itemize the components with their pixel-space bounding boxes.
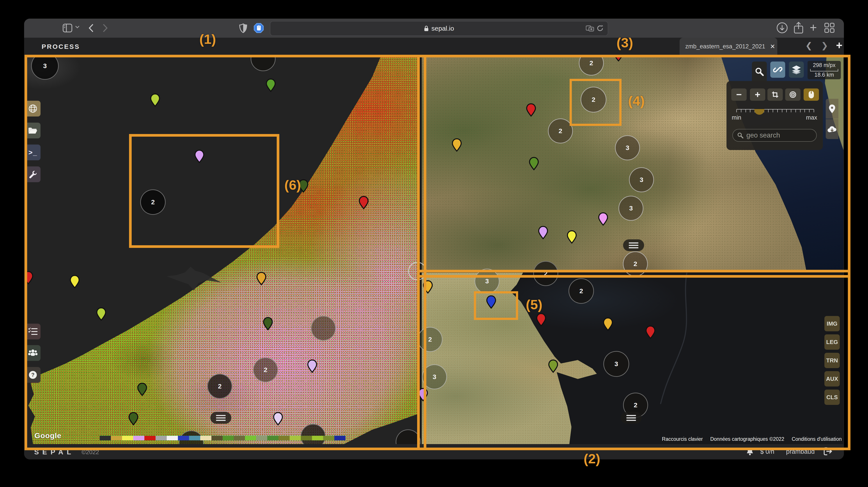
- stop-hand-icon[interactable]: [254, 23, 264, 33]
- annotation-label-4: (4): [628, 93, 645, 108]
- annotation-box-region-3-top-right: [417, 55, 850, 278]
- sidebar-toggle-icon[interactable]: [63, 24, 72, 32]
- annotation-label-1: (1): [199, 31, 216, 47]
- share-icon[interactable]: [794, 22, 804, 34]
- annotation-box-region-5-blue-pin: [474, 291, 518, 320]
- close-tab-icon[interactable]: ✕: [770, 43, 775, 50]
- forward-button[interactable]: [102, 23, 108, 33]
- lock-icon: [424, 25, 429, 32]
- annotation-label-2: (2): [584, 451, 600, 466]
- screenshot-root: sepal.io +: [0, 0, 868, 487]
- recipe-tab-label: zmb_eastern_esa_2012_2021: [685, 43, 765, 50]
- chevron-down-icon[interactable]: [75, 25, 80, 29]
- new-tab-button[interactable]: +: [810, 20, 817, 35]
- annotation-label-5: (5): [526, 297, 542, 312]
- add-tab-button[interactable]: +: [836, 39, 842, 52]
- reload-icon[interactable]: [596, 25, 604, 32]
- shield-icon[interactable]: [239, 24, 247, 33]
- annotation-label-3: (3): [617, 35, 633, 51]
- url-text: sepal.io: [431, 25, 454, 32]
- app-header: PROCESS zmb_eastern_esa_2012_2021 ✕ ❮ ❯ …: [24, 38, 844, 55]
- back-button[interactable]: [88, 23, 94, 33]
- tab-overview-icon[interactable]: [824, 23, 835, 33]
- recipe-tab[interactable]: zmb_eastern_esa_2012_2021 ✕: [680, 38, 777, 55]
- downloads-icon[interactable]: [776, 22, 788, 33]
- annotation-box-region-6-empty-area: [129, 134, 279, 248]
- prev-tab-chevron-icon[interactable]: ❮: [805, 41, 812, 51]
- annotation-box-region-4-cluster: [569, 79, 622, 126]
- next-tab-chevron-icon[interactable]: ❯: [821, 41, 828, 51]
- page-translate-icon[interactable]: [586, 25, 594, 32]
- browser-toolbar: sepal.io +: [24, 19, 844, 38]
- address-bar[interactable]: sepal.io: [270, 21, 608, 36]
- annotation-label-6: (6): [284, 177, 301, 193]
- annotation-box-region-1-left-panel: [25, 55, 426, 450]
- process-menu[interactable]: PROCESS: [42, 43, 80, 51]
